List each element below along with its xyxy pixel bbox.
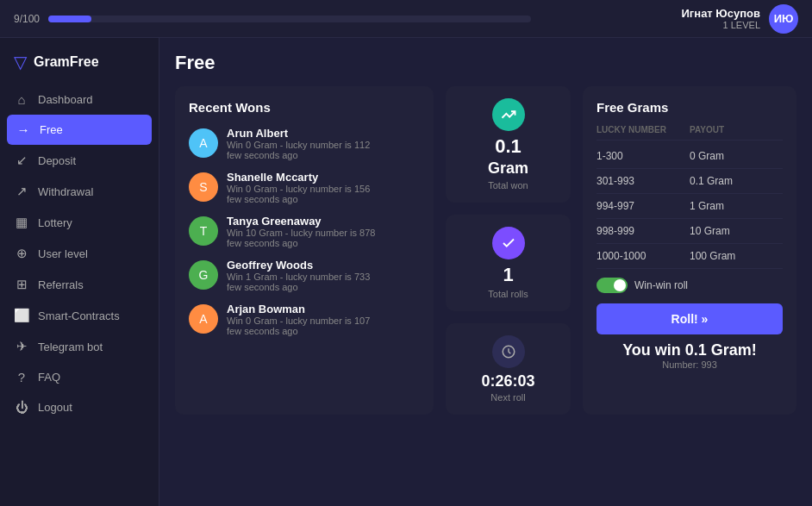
sidebar-item-withdrawal[interactable]: ↗ Withdrawal [0, 176, 159, 207]
free-icon: → [16, 122, 31, 137]
sidebar-item-label: Deposit [38, 154, 76, 167]
win-win-row: Win-win roll [597, 278, 783, 293]
stats-column: 0.1Gram Total won 1 Total rolls [446, 86, 571, 415]
won-name: Arjan Bowman [227, 303, 370, 315]
win-result: You win 0.1 Gram! Number: 993 [597, 341, 783, 370]
lucky-range: 998-999 [597, 225, 690, 237]
sidebar-item-smart-contracts[interactable]: ⬜ Smart-Contracts [0, 300, 159, 331]
lucky-range: 301-993 [597, 175, 690, 187]
won-detail: Win 0 Gram - lucky number is 107 [227, 315, 370, 326]
lucky-range: 994-997 [597, 200, 690, 212]
clock-icon [492, 335, 525, 368]
win-win-label: Win-win roll [634, 279, 688, 291]
table-row: 1000-1000 100 Gram [597, 244, 783, 269]
roll-button[interactable]: Roll! » [597, 303, 783, 334]
sidebar-item-free[interactable]: → Free [7, 115, 152, 145]
table-row: 998-999 10 Gram [597, 219, 783, 244]
referrals-icon: ⊞ [14, 277, 29, 292]
sidebar-item-referrals[interactable]: ⊞ Referrals [0, 269, 159, 300]
sidebar: ▽ GramFree ⌂ Dashboard → Free ↙ Deposit … [0, 38, 159, 506]
free-grams-title: Free Grams [597, 100, 783, 115]
won-name: Arun Albert [227, 127, 370, 140]
table-row: 301-993 0.1 Gram [597, 169, 783, 194]
payout-value: 0 Gram [690, 150, 783, 162]
list-item: G Geoffrey Woods Win 1 Gram - lucky numb… [189, 259, 420, 292]
list-item: T Tanya Greenaway Win 10 Gram - lucky nu… [189, 215, 420, 248]
free-grams-card: Free Grams LUCKY NUMBER PAYOUT 1-300 0 G… [583, 86, 796, 415]
lucky-range: 1000-1000 [597, 250, 690, 262]
avatar: T [189, 216, 218, 246]
avatar: A [189, 128, 218, 158]
table-row: 994-997 1 Gram [597, 194, 783, 219]
main-content: Free Recent Wons A Arun Albert Win 0 Gra… [159, 38, 812, 506]
won-info: Arun Albert Win 0 Gram - lucky number is… [227, 127, 370, 160]
progress-bar-bg [48, 16, 531, 22]
check-icon [492, 227, 525, 259]
list-item: A Arun Albert Win 0 Gram - lucky number … [189, 127, 420, 160]
next-roll-card: 0:26:03 Next roll [446, 323, 571, 415]
list-item: A Arjan Bowman Win 0 Gram - lucky number… [189, 303, 420, 336]
won-time: few seconds ago [227, 282, 370, 292]
sidebar-item-lottery[interactable]: ▦ Lottery [0, 207, 159, 238]
deposit-icon: ↙ [14, 153, 29, 168]
won-info: Tanya Greenaway Win 10 Gram - lucky numb… [227, 215, 375, 248]
home-icon: ⌂ [14, 92, 29, 107]
won-info: Geoffrey Woods Win 1 Gram - lucky number… [227, 259, 370, 292]
col-payout-header: PAYOUT [690, 125, 783, 134]
avatar: A [189, 304, 218, 334]
trending-icon [492, 98, 525, 131]
total-rolls-card: 1 Total rolls [446, 215, 571, 310]
recent-wons-title: Recent Wons [189, 100, 420, 115]
logo-icon: ▽ [14, 52, 27, 72]
sidebar-item-label: User level [38, 247, 88, 260]
faq-icon: ? [14, 370, 29, 384]
user-level-badge: 1 LEVEL [682, 20, 760, 30]
won-info: Shanelle Mccarty Win 0 Gram - lucky numb… [227, 171, 370, 204]
won-detail: Win 1 Gram - lucky number is 733 [227, 272, 370, 282]
won-info: Arjan Bowman Win 0 Gram - lucky number i… [227, 303, 370, 336]
sidebar-item-label: Dashboard [38, 93, 93, 106]
sidebar-item-label: FAQ [38, 371, 60, 384]
table-row: 1-300 0 Gram [597, 144, 783, 169]
progress-section: 9/100 [14, 13, 682, 25]
sidebar-item-dashboard[interactable]: ⌂ Dashboard [0, 84, 159, 115]
avatar: G [189, 260, 218, 290]
sidebar-item-label: Telegram bot [38, 340, 103, 353]
sidebar-item-deposit[interactable]: ↙ Deposit [0, 145, 159, 176]
payout-value: 100 Gram [690, 250, 783, 262]
lottery-icon: ▦ [14, 215, 29, 230]
won-detail: Win 0 Gram - lucky number is 112 [227, 140, 370, 150]
sidebar-item-label: Lottery [38, 216, 72, 229]
sidebar-item-user-level[interactable]: ⊕ User level [0, 238, 159, 269]
sidebar-item-telegram-bot[interactable]: ✈ Telegram bot [0, 331, 159, 362]
list-item: S Shanelle Mccarty Win 0 Gram - lucky nu… [189, 171, 420, 204]
next-roll-label: Next roll [490, 392, 525, 403]
col-lucky-header: LUCKY NUMBER [597, 125, 690, 134]
recent-wons-card: Recent Wons A Arun Albert Win 0 Gram - l… [175, 86, 434, 415]
won-name: Geoffrey Woods [227, 259, 370, 272]
sidebar-item-label: Smart-Contracts [38, 309, 120, 322]
won-detail: Win 0 Gram - lucky number is 156 [227, 184, 370, 194]
won-time: few seconds ago [227, 150, 370, 160]
total-won-card: 0.1Gram Total won [446, 86, 571, 203]
total-won-label: Total won [488, 180, 528, 191]
layout: ▽ GramFree ⌂ Dashboard → Free ↙ Deposit … [0, 38, 812, 506]
sidebar-item-label: Free [40, 123, 63, 136]
won-name: Tanya Greenaway [227, 215, 375, 228]
avatar: S [189, 172, 218, 202]
sidebar-item-label: Logout [38, 401, 72, 414]
withdrawal-icon: ↗ [14, 184, 29, 199]
payout-value: 1 Gram [690, 200, 783, 212]
payout-value: 10 Gram [690, 225, 783, 237]
page-title: Free [175, 52, 796, 74]
user-info: Игнат Юсупов 1 LEVEL ИЮ [682, 4, 798, 34]
won-time: few seconds ago [227, 194, 370, 204]
next-roll-value: 0:26:03 [481, 373, 534, 390]
win-win-toggle[interactable] [597, 278, 628, 293]
progress-label: 9/100 [14, 13, 40, 25]
user-level-icon: ⊕ [14, 246, 29, 261]
user-text: Игнат Юсупов 1 LEVEL [682, 7, 760, 30]
sidebar-item-faq[interactable]: ? FAQ [0, 362, 159, 392]
sidebar-item-logout[interactable]: ⏻ Logout [0, 392, 159, 422]
win-result-title: You win 0.1 Gram! [597, 341, 783, 359]
